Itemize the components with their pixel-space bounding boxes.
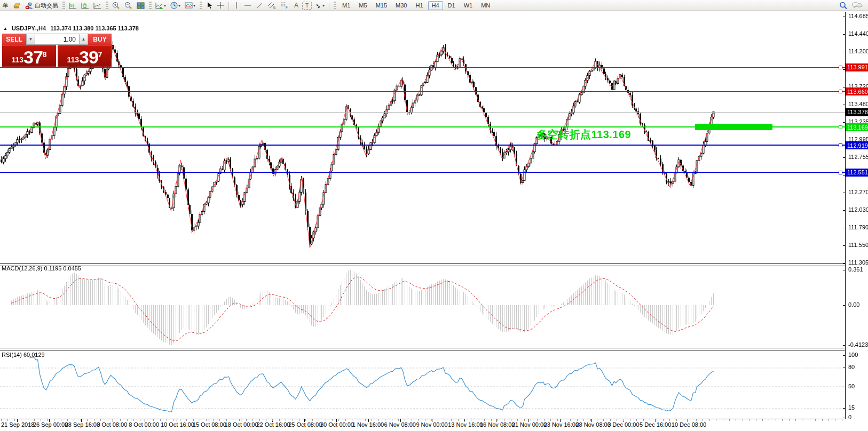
templates-dropdown-caret[interactable]: ▾ [193,3,195,8]
time-tick-mark [49,419,50,422]
pivot-annotation-text[interactable]: 多空转折点113.169 [536,127,631,142]
buy-price-display[interactable]: 113397 [58,45,112,67]
timeframe-button-d1[interactable]: D1 [444,1,459,10]
timeframe-button-mn[interactable]: MN [477,1,494,10]
time-minor-tick [471,419,471,421]
candlestick-mode-button[interactable] [80,1,91,10]
pane-splitter[interactable] [0,264,868,264]
price-axis[interactable]: 114.685114.440114.200113.960113.720113.4… [846,12,868,419]
crosshair-tool-button[interactable] [215,1,226,10]
chart-plot-area[interactable]: ▲ USDJPY-,H4 113.374 113.380 113.365 113… [0,12,845,419]
timeframe-button-m1[interactable]: M1 [338,1,354,10]
text-tool-button[interactable]: A [291,1,301,10]
horizontal-price-line[interactable] [0,112,845,113]
time-minor-tick [312,419,313,421]
time-minor-tick [405,419,405,421]
channel-tool-button[interactable]: E [266,1,278,10]
timeframe-button-h4[interactable]: H4 [428,1,443,10]
time-minor-tick [372,419,372,421]
time-minor-tick [650,419,650,421]
arrows-dropdown-caret[interactable]: ▾ [322,3,325,8]
price-tick-label: 111.790 [848,224,868,230]
search-button[interactable] [838,1,849,10]
pane-splitter[interactable] [0,350,868,350]
timeframe-button-w1[interactable]: W1 [460,1,477,10]
sell-button[interactable]: SELL [2,34,26,45]
zoom-out-button[interactable] [123,1,134,10]
time-tick-label: 23 Nov 16:00 [544,421,579,428]
periods-button[interactable]: ▾ [169,1,182,10]
sell-price-display[interactable]: 113378 [2,45,56,67]
time-minor-tick [557,419,558,421]
arrows-tool-button[interactable]: ▾ [313,1,326,10]
time-minor-tick [504,419,504,421]
rsi-tick-mark [843,387,845,387]
collapse-triangle-icon[interactable]: ▲ [3,26,7,31]
time-minor-tick [577,419,578,421]
bar-chart-mode-button[interactable] [67,1,78,10]
cursor-tool-button[interactable] [204,1,214,10]
time-minor-tick [28,419,28,421]
fibonacci-tool-button[interactable]: F [279,1,290,10]
sell-price-sup: 8 [43,46,47,62]
time-tick-mark [656,419,656,422]
text-label-tool-button[interactable]: T [302,2,312,10]
volume-down-button[interactable]: ▼ [26,34,35,45]
time-minor-tick [299,419,299,421]
time-minor-tick [345,419,346,421]
templates-button[interactable]: ▾ [183,1,197,10]
buy-button[interactable]: BUY [88,34,112,45]
horizontal-line-tool-button[interactable] [242,1,253,10]
price-chart-canvas[interactable] [0,12,845,419]
horizontal-price-line[interactable] [0,91,845,92]
time-minor-tick [352,419,352,421]
horizontal-price-line[interactable] [0,67,845,68]
price-tick-mark [843,105,845,105]
price-tick-mark [843,175,845,175]
horizontal-price-line[interactable] [0,172,845,173]
volume-up-button[interactable]: ▲ [79,34,88,45]
svg-text:F: F [286,5,288,9]
time-minor-tick [550,419,551,421]
horizontal-price-line[interactable] [0,145,845,146]
tile-windows-button[interactable] [135,1,146,10]
timeframe-button-m15[interactable]: M15 [372,1,391,10]
line-handle[interactable] [839,90,842,93]
time-tick-mark [400,419,401,422]
time-minor-tick [180,419,180,421]
zoom-in-button[interactable] [111,1,122,10]
line-handle[interactable] [839,66,842,69]
trendline-tool-button[interactable] [254,1,265,10]
timeframe-button-m5[interactable]: M5 [355,1,370,10]
vertical-line-tool-button[interactable] [232,1,241,10]
line-handle[interactable] [839,171,842,174]
rsi-tick-label: 80 [848,364,855,370]
timeframe-button-h1[interactable]: H1 [412,1,427,10]
indicators-button[interactable]: ▾ [154,1,168,10]
timeframe-button-m30[interactable]: M30 [392,1,411,10]
volume-input[interactable]: 1.00 [35,34,79,45]
line-handle[interactable] [839,143,842,147]
line-chart-mode-button[interactable] [92,1,103,10]
indicators-dropdown-caret[interactable]: ▾ [164,3,166,8]
chat-button[interactable] [850,1,864,10]
time-minor-tick [643,419,644,421]
toolbar-separator [228,2,229,10]
time-minor-tick [564,419,564,421]
line-handle[interactable] [839,125,842,129]
pane-splitter[interactable] [0,266,868,266]
auto-trading-button[interactable]: 自动交易 [23,1,60,10]
price-tick-mark [843,210,845,211]
gold-symbol-icon[interactable] [11,1,22,10]
pane-splitter[interactable] [0,348,868,348]
highlight-rectangle[interactable] [695,124,772,130]
new-order-button[interactable]: 单 [1,1,10,10]
time-minor-tick [657,419,657,421]
time-tick-label: 30 Oct 00:00 [320,421,354,428]
time-minor-tick [617,419,617,421]
periods-dropdown-caret[interactable]: ▾ [178,3,180,8]
time-axis[interactable]: 21 Sep 201826 Sep 00:0028 Sep 16:003 Oct… [0,419,868,431]
price-line-label: 112.551 [846,169,868,177]
time-minor-tick [603,419,604,421]
time-tick-label: 15 Oct 08:00 [193,421,226,428]
